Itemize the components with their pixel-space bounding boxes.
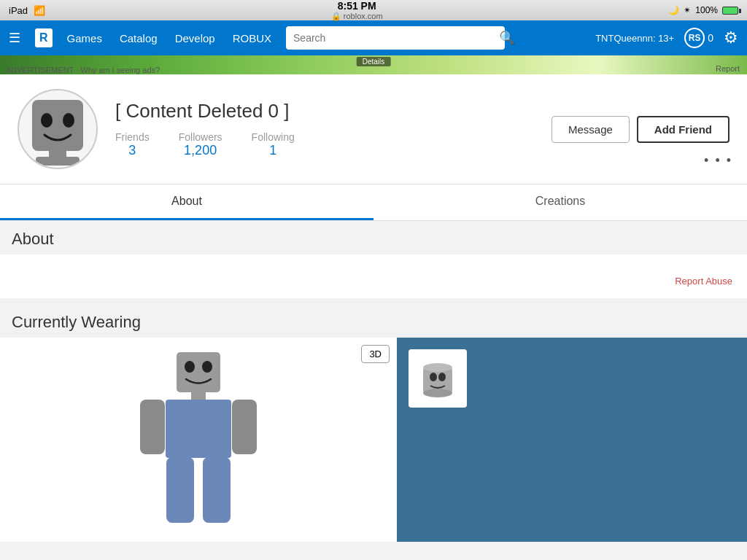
following-stat: Following 1 (252, 131, 295, 158)
wearing-content: 3D (0, 338, 747, 542)
ad-report-link[interactable]: Report (716, 64, 740, 73)
ad-details-label[interactable]: Details (357, 57, 391, 66)
ad-banner: Details ADVERTISEMENT · Why am I seeing … (0, 55, 747, 74)
report-abuse-link[interactable]: Report Abuse (675, 276, 732, 287)
message-button[interactable]: Message (551, 116, 630, 143)
more-options-button[interactable]: • • • (704, 153, 732, 168)
wearing-items-panel (397, 338, 747, 542)
followers-label: Followers (179, 131, 222, 143)
hamburger-icon[interactable]: ☰ (9, 30, 20, 46)
navbar: ☰ R Games Catalog Develop ROBUX 🔍 TNTQue… (0, 20, 747, 55)
svg-point-2 (63, 113, 74, 128)
about-title: About (0, 221, 747, 254)
svg-point-6 (185, 361, 195, 373)
user-label: TNTQueennn: 13+ (595, 33, 674, 44)
friends-count: 3 (115, 143, 150, 158)
character-3d-svg (125, 345, 271, 534)
svg-point-16 (423, 389, 452, 397)
robux-count: 0 (708, 32, 713, 44)
friends-label: Friends (115, 131, 150, 143)
settings-icon[interactable]: ⚙ (724, 28, 738, 47)
following-label: Following (252, 131, 295, 143)
status-bar: iPad 📶 8:51 PM 🔒 roblox.com 🌙 ✴ 100% (0, 0, 747, 20)
svg-rect-10 (140, 400, 165, 454)
followers-stat: Followers 1,200 (179, 131, 222, 158)
tabs: About Creations (0, 184, 747, 221)
svg-rect-9 (166, 400, 231, 458)
battery-percent: 100% (695, 5, 718, 15)
profile-stats: Friends 3 Followers 1,200 Following 1 (115, 131, 534, 158)
nav-links: Games Catalog Develop ROBUX (67, 32, 271, 44)
profile-actions: Message Add Friend (551, 116, 729, 143)
following-count: 1 (252, 143, 295, 158)
svg-rect-4 (36, 157, 80, 166)
search-input[interactable] (286, 26, 505, 50)
svg-rect-8 (191, 392, 206, 400)
currently-wearing-section: Currently Wearing 3D (0, 307, 747, 548)
profile-name: [ Content Deleted 0 ] (115, 100, 534, 122)
status-right: 🌙 ✴ 100% (668, 5, 738, 15)
avatar (18, 89, 98, 169)
svg-point-1 (41, 113, 53, 128)
nav-develop[interactable]: Develop (175, 32, 215, 44)
svg-point-17 (430, 373, 437, 381)
roblox-logo[interactable]: R (35, 28, 53, 47)
nav-catalog[interactable]: Catalog (120, 32, 158, 44)
time-display: 8:51 PM (331, 0, 383, 12)
nav-robux[interactable]: ROBUX (233, 32, 271, 44)
moon-icon: 🌙 (668, 5, 679, 15)
add-friend-button[interactable]: Add Friend (637, 116, 729, 143)
svg-point-15 (423, 363, 452, 372)
about-section: About Report Abuse (0, 221, 747, 298)
followers-count: 1,200 (179, 143, 222, 158)
tab-about[interactable]: About (0, 184, 374, 220)
tab-creations[interactable]: Creations (374, 184, 747, 220)
svg-point-18 (438, 373, 446, 381)
svg-rect-12 (166, 457, 194, 523)
avatar-svg (21, 93, 94, 166)
navbar-right: TNTQueennn: 13+ RS 0 ⚙ (595, 28, 738, 48)
svg-point-7 (202, 361, 212, 373)
svg-rect-13 (203, 457, 231, 523)
device-label: iPad (9, 5, 28, 16)
friends-stat: Friends 3 (115, 131, 150, 158)
ad-text: ADVERTISEMENT · Why am I seeing ads? (6, 66, 160, 74)
bluetooth-icon: ✴ (684, 5, 691, 15)
profile-info: [ Content Deleted 0 ] Friends 3 Follower… (115, 100, 534, 158)
status-center: 8:51 PM 🔒 roblox.com (331, 0, 383, 21)
battery-icon (722, 7, 738, 15)
currently-wearing-title: Currently Wearing (0, 307, 747, 338)
svg-rect-0 (32, 100, 83, 151)
profile-card: [ Content Deleted 0 ] Friends 3 Follower… (0, 74, 747, 184)
3d-button[interactable]: 3D (361, 345, 390, 363)
wearing-3d-view: 3D (0, 338, 397, 542)
svg-rect-5 (177, 352, 220, 392)
robux-icon: RS (684, 28, 705, 48)
robux-display: RS 0 (684, 28, 713, 48)
search-button[interactable]: 🔍 (499, 30, 515, 46)
status-left: iPad 📶 (9, 5, 45, 16)
nav-games[interactable]: Games (67, 32, 102, 44)
url-display: 🔒 roblox.com (331, 12, 383, 21)
item-svg-1 (416, 357, 460, 400)
about-box: Report Abuse (0, 254, 747, 298)
lock-icon: 🔒 (331, 12, 341, 20)
wifi-icon: 📶 (34, 5, 45, 16)
wearing-item-1[interactable] (409, 349, 467, 408)
svg-rect-11 (232, 400, 257, 454)
